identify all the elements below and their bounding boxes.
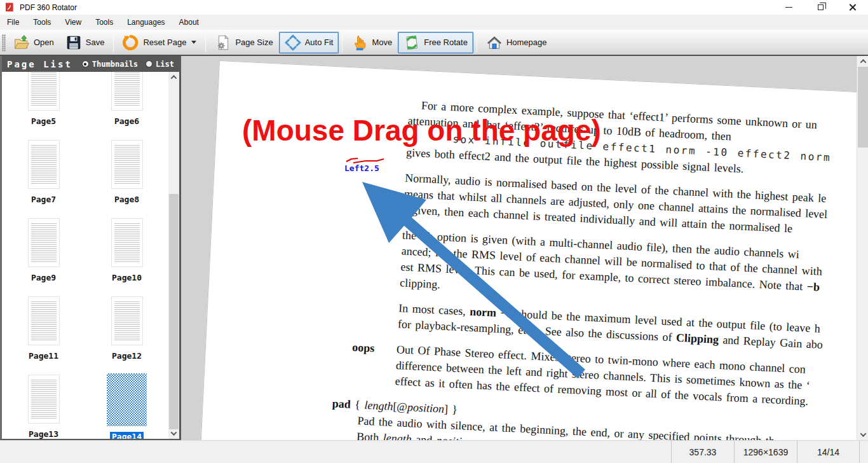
menu-file-0[interactable]: File [0,15,26,30]
scrollbar-thumb[interactable] [858,67,868,148]
move-hand-icon [351,34,368,51]
page-thumbnail[interactable] [111,72,143,111]
list-radio[interactable]: List [146,60,174,69]
toolbar-move-label: Move [372,38,392,47]
free-rotate-icon [403,34,420,51]
toolbar-auto-fit-label: Auto Fit [305,38,334,47]
scroll-down-button[interactable] [857,429,868,440]
toolbar-open-label: Open [34,38,54,47]
page-thumbnail[interactable] [111,140,143,189]
thumbnail-text-lines [31,144,57,185]
page-list-item[interactable]: Page5 [2,72,85,140]
toolbar-move-button[interactable]: Move [346,32,398,53]
page-list-scrollbar[interactable] [168,72,179,439]
thumbnail-text-lines [114,222,140,263]
page-list-item[interactable]: Page11 [2,296,85,375]
thumbnail-text-lines [31,378,57,420]
page-size-icon [215,34,231,51]
toolbar: OpenSaveReset PagePage SizeAuto FitMoveF… [0,30,868,56]
thumbnails-radio-label: Thumbnails [92,60,138,69]
menu-about-5[interactable]: About [172,15,206,30]
thumbnail-text-lines [114,300,140,342]
restore-button[interactable] [804,0,836,15]
toolbar-homepage-label: Homepage [506,38,547,47]
toolbar-save-button[interactable]: Save [60,32,111,53]
list-radio-label: List [156,60,174,69]
minimize-icon [785,7,792,8]
scroll-up-button[interactable] [857,56,868,67]
page-list-item[interactable]: Page6 [85,72,168,140]
page-list-item[interactable]: Page10 [85,218,168,296]
toolbar-reset-page-label: Reset Page [143,38,186,47]
page-list-title: Page List [7,59,72,69]
minimize-button[interactable] [773,0,804,15]
close-button[interactable] [836,0,868,15]
menu-tools-1[interactable]: Tools [26,15,58,30]
close-icon [849,4,856,11]
status-page-position: 14/14 [797,441,860,463]
document-viewer[interactable]: For a more complex example, suppose that… [181,56,857,440]
page-thumbnail[interactable] [111,296,143,345]
reset-page-icon [123,34,139,51]
window-title: PDF 360 Rotator [20,3,77,12]
status-page-dimensions: 1296×1639 [734,441,797,463]
status-rotation-angle: 357.33 [671,441,734,463]
thumbnail-text-lines [114,72,140,107]
menu-languages-4[interactable]: Languages [120,15,172,30]
auto-fit-icon [285,34,301,51]
mouse-drag-annotation: (Mouse Drag on the page) [242,113,601,148]
radio-circle-icon [146,60,153,67]
toolbar-page-size-label: Page Size [235,38,273,47]
thumbnails-radio[interactable]: Thumbnails [82,60,138,69]
page-thumbnail-label: Page5 [29,116,58,126]
toolbar-separator [113,33,114,52]
thumbnail-text-lines [31,222,57,263]
toolbar-free-rotate-button[interactable]: Free Rotate [398,32,473,53]
pdf-page-text: For a more complex example, suppose that… [392,97,857,440]
dropdown-caret-icon [191,41,196,44]
viewer-scrollbar[interactable] [857,56,868,440]
page-thumbnail-label: Page11 [27,351,60,361]
toolbar-homepage-button[interactable]: Homepage [480,32,553,53]
toolbar-free-rotate-label: Free Rotate [424,38,468,47]
save-floppy-icon [65,34,82,51]
doc-hanging-label: oops [352,340,375,357]
menu-view-2[interactable]: View [58,15,88,30]
page-thumbnail[interactable] [28,375,60,424]
scroll-up-button[interactable] [168,72,179,83]
toolbar-separator [477,33,477,52]
page-thumbnail-label: Page8 [112,195,141,204]
page-list-item[interactable]: Page13 [2,375,85,439]
page-thumbnail[interactable] [28,218,60,267]
toolbar-reset-page-button[interactable]: Reset Page [117,32,202,53]
scrollbar-thumb[interactable] [169,194,179,429]
page-list-item[interactable]: Page8 [85,140,168,218]
page-list-item[interactable]: Page12 [85,296,168,375]
toolbar-page-size-button[interactable]: Page Size [209,32,278,53]
page-thumbnail[interactable] [28,296,60,345]
page-list-item[interactable]: Page14 [85,375,168,439]
page-list-body: Page5Page6Page7Page8Page9Page10Page11Pag… [2,72,179,439]
toolbar-separator [342,33,342,52]
menu-tools-3[interactable]: Tools [88,15,120,30]
toolbar-auto-fit-button[interactable]: Auto Fit [279,32,339,53]
radio-circle-icon [82,60,89,67]
page-thumbnail[interactable] [107,373,147,426]
thumbnail-grid: Page5Page6Page7Page8Page9Page10Page11Pag… [2,72,168,439]
page-thumbnail-label: Page12 [110,351,144,361]
toolbar-save-label: Save [86,38,105,47]
page-thumbnail[interactable] [111,218,143,267]
page-thumbnail-label: Page7 [29,195,58,204]
toolbar-open-button[interactable]: Open [8,32,60,53]
scroll-down-button[interactable] [168,428,179,439]
status-bar: 357.33 1296×1639 14/14 [0,440,868,463]
page-thumbnail[interactable] [28,72,60,111]
status-spacer [0,441,671,463]
page-thumbnail[interactable] [28,140,60,189]
menu-bar: FileToolsViewToolsLanguagesAbout [0,15,868,30]
thumbnail-text-lines [31,72,57,107]
page-thumbnail-label: Page10 [110,273,144,282]
page-list-item[interactable]: Page7 [2,140,85,218]
open-folder-icon [13,34,30,51]
page-list-item[interactable]: Page9 [2,218,85,296]
